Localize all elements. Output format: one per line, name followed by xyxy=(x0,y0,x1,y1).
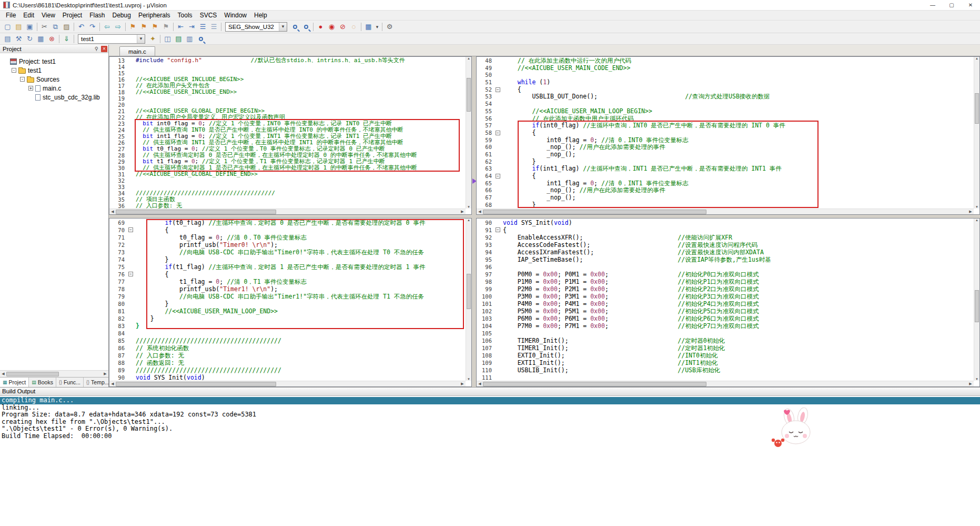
options-for-target-icon[interactable]: ✦ xyxy=(147,34,158,44)
breakpoint-disable-all-icon[interactable]: ⊘ xyxy=(337,22,348,32)
bookmark-toggle-icon[interactable]: ⚑ xyxy=(127,22,138,32)
find-in-files-2-icon[interactable] xyxy=(195,34,206,44)
breakpoint-toggle-icon[interactable]: ● xyxy=(315,22,326,32)
vertical-splitter[interactable] xyxy=(472,56,476,387)
tree-item-stc-usb-cdc-32g-lib[interactable]: stc_usb_cdc_32g.lib xyxy=(0,93,108,102)
bookmark-clear-all-icon[interactable]: ⚑ xyxy=(160,22,171,32)
indent-icon[interactable]: ⇥ xyxy=(186,22,197,32)
tree-item-main-c[interactable]: +main.c xyxy=(0,84,108,93)
file-extensions-icon[interactable]: ◫ xyxy=(162,34,173,44)
tab-main-c[interactable]: main.c xyxy=(119,46,155,56)
find-text-combo[interactable]: SEG_Show_U32▼ xyxy=(225,22,287,32)
fold-collapse-icon[interactable]: − xyxy=(496,131,500,135)
pin-icon[interactable]: ⚲ xyxy=(93,46,100,52)
menu-debug[interactable]: Debug xyxy=(109,11,135,20)
menu-window[interactable]: Window xyxy=(220,11,250,20)
undo-icon[interactable]: ↶ xyxy=(76,22,87,32)
chevron-down-icon[interactable]: ▼ xyxy=(137,35,145,43)
menu-view[interactable]: View xyxy=(38,11,59,20)
tree-item-test1[interactable]: -test1 xyxy=(0,66,108,75)
fold-collapse-icon[interactable]: − xyxy=(128,272,133,276)
vertical-scrollbar[interactable]: ▲▼ xyxy=(466,219,471,381)
redo-icon[interactable]: ↷ xyxy=(87,22,98,32)
vertical-scrollbar[interactable]: ▲▼ xyxy=(974,219,979,381)
code-area[interactable]: 69 if(t0_flag) //主循环中查询，定时器 0 是否已产生中断，是否… xyxy=(109,219,466,381)
navigate-back-icon[interactable]: ⇦ xyxy=(102,22,113,32)
breakpoint-enable-disable-icon[interactable]: ◉ xyxy=(326,22,337,32)
scroll-left-icon[interactable]: ◀ xyxy=(0,372,6,376)
breakpoint-kill-all-icon[interactable]: ◌ xyxy=(348,22,359,32)
find-icon[interactable] xyxy=(300,22,311,32)
minimize-button[interactable]: — xyxy=(923,0,942,10)
menu-tools[interactable]: Tools xyxy=(174,11,196,20)
panel-tab-func[interactable]: {}Func... xyxy=(56,378,84,387)
maximize-button[interactable]: ▢ xyxy=(942,0,961,10)
navigate-forward-icon[interactable]: ⇨ xyxy=(113,22,124,32)
menu-flash[interactable]: Flash xyxy=(86,11,108,20)
panel-tab-books[interactable]: ▤Books xyxy=(29,378,56,387)
horizontal-scrollbar[interactable]: ◀▶ xyxy=(477,209,974,214)
new-file-icon[interactable]: ▢ xyxy=(2,22,13,32)
fold-collapse-icon[interactable]: − xyxy=(496,174,500,178)
fold-collapse-icon[interactable]: − xyxy=(128,227,133,232)
save-icon[interactable]: ▣ xyxy=(24,22,35,32)
menu-peripherals[interactable]: Peripherals xyxy=(135,11,174,20)
open-file-icon[interactable]: ▤ xyxy=(13,22,24,32)
debug-windows-dropdown-icon[interactable]: ▾ xyxy=(374,22,380,32)
vertical-scrollbar[interactable]: ▲▼ xyxy=(974,57,979,209)
debug-session-windows-icon[interactable]: ▦ xyxy=(363,22,374,32)
build-output-line[interactable]: Build Time Elapsed: 00:00:00 xyxy=(2,433,980,440)
build-output-log[interactable]: compiling main.c...linking...Program Siz… xyxy=(0,396,980,440)
scroll-right-icon[interactable]: ▶ xyxy=(102,372,108,376)
fold-collapse-icon[interactable]: − xyxy=(496,87,500,92)
copy-icon[interactable]: ⧉ xyxy=(50,22,61,32)
code-area[interactable]: 48 // 在此添加主函数中运行一次的用户代码49 //<<AICUBE_USE… xyxy=(477,57,974,209)
menu-help[interactable]: Help xyxy=(250,11,271,20)
flash-download-icon[interactable]: ⇓ xyxy=(61,34,72,44)
configure-target-icon[interactable]: ⚙ xyxy=(384,22,395,32)
collapse-icon[interactable]: - xyxy=(12,68,16,73)
menu-project[interactable]: Project xyxy=(59,11,86,20)
bookmark-previous-icon[interactable]: ⚑ xyxy=(138,22,149,32)
books-icon[interactable]: ▤ xyxy=(173,34,184,44)
horizontal-scrollbar[interactable]: ◀▶ xyxy=(109,209,466,214)
batch-build-icon[interactable]: ▦ xyxy=(35,34,46,44)
bookmark-next-icon[interactable]: ⚑ xyxy=(149,22,160,32)
rebuild-all-icon[interactable]: ↻ xyxy=(24,34,35,44)
menu-file[interactable]: File xyxy=(2,11,19,20)
target-select-combo[interactable]: test1▼ xyxy=(78,34,145,44)
horizontal-scrollbar[interactable]: ◀▶ xyxy=(109,381,466,386)
collapse-icon[interactable]: - xyxy=(20,77,25,82)
tree-item-project-test1[interactable]: Project: test1 xyxy=(0,57,108,66)
comment-selection-icon[interactable]: ☰ xyxy=(197,22,208,32)
find-in-files-icon[interactable] xyxy=(289,22,300,32)
scrollbar-thumb[interactable] xyxy=(6,372,59,376)
panel-tab-project[interactable]: ▦Project xyxy=(0,378,29,387)
paste-icon[interactable]: ▨ xyxy=(61,22,72,32)
build-target-icon[interactable]: ⚒ xyxy=(13,34,24,44)
unindent-icon[interactable]: ⇤ xyxy=(175,22,186,32)
cut-icon[interactable]: ✂ xyxy=(39,22,50,32)
horizontal-scrollbar[interactable]: ◀▶ xyxy=(477,381,974,386)
panel-tab-temp[interactable]: {}Temp... xyxy=(84,378,112,387)
code-area[interactable]: 90void SYS_Init(void)91−{92 EnableAccess… xyxy=(477,219,974,381)
build-output-line[interactable]: creating hex file from ".\Objects\test1"… xyxy=(2,419,980,426)
code-area[interactable]: 13#include "config.h" //默认已包含stdio.h、int… xyxy=(109,57,466,209)
tree-item-sources[interactable]: -Sources xyxy=(0,75,108,84)
panel-close-icon[interactable]: × xyxy=(101,46,107,52)
manage-components-icon[interactable]: ▥ xyxy=(184,34,195,44)
build-output-line[interactable]: Program Size: data=8.7 edata+hdata=346 x… xyxy=(2,411,980,419)
translate-file-icon[interactable]: ▤ xyxy=(2,34,13,44)
chevron-down-icon[interactable]: ▼ xyxy=(279,23,287,31)
uncomment-selection-icon[interactable]: ☰ xyxy=(208,22,219,32)
build-output-line[interactable]: linking... xyxy=(2,404,980,412)
build-output-line-selected[interactable]: compiling main.c... xyxy=(0,397,980,404)
stop-build-icon[interactable]: ⊗ xyxy=(46,34,57,44)
fold-collapse-icon[interactable]: − xyxy=(496,227,500,232)
expand-icon[interactable]: + xyxy=(28,86,33,91)
close-button[interactable]: ✕ xyxy=(961,0,980,10)
build-output-line[interactable]: ".\Objects\test1" - 0 Error(s), 0 Warnin… xyxy=(2,425,980,433)
menu-svcs[interactable]: SVCS xyxy=(196,11,221,20)
vertical-scrollbar[interactable]: ▲▼ xyxy=(466,57,471,209)
project-panel-hscrollbar[interactable]: ◀ ▶ xyxy=(0,370,108,377)
